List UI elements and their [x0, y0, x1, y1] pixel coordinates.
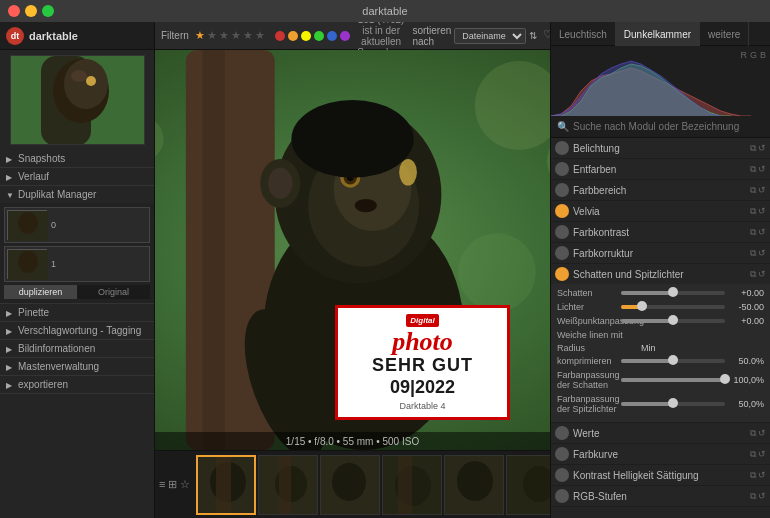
tagging-header[interactable]: ▶ Verschlagwortung - Tagging — [0, 322, 154, 339]
bookmark-icon[interactable]: ♡ — [543, 28, 550, 43]
module-copy-icon[interactable]: ⧉ — [750, 248, 756, 259]
module-reset-icon[interactable]: ↺ — [758, 428, 766, 439]
duplicate-item-1[interactable]: 1 — [4, 246, 150, 282]
filmstrip-star-icon[interactable]: ☆ — [180, 478, 190, 491]
lichter-track[interactable] — [621, 305, 725, 309]
schatten-handle[interactable] — [668, 287, 678, 297]
module-reset-icon[interactable]: ↺ — [758, 470, 766, 481]
star-4[interactable]: ★ — [231, 29, 241, 42]
filmstrip-grid-icon[interactable]: ⊞ — [168, 478, 177, 491]
lichter-handle[interactable] — [637, 301, 647, 311]
tab-weitere[interactable]: weitere — [700, 22, 749, 46]
module-copy-icon[interactable]: ⧉ — [750, 143, 756, 154]
tab-dunkelkammer[interactable]: Dunkelkammer — [616, 22, 700, 46]
module-copy-icon[interactable]: ⧉ — [750, 470, 756, 481]
module-enabled-indicator[interactable] — [555, 204, 569, 218]
histogram-btn-r[interactable]: R — [740, 50, 747, 60]
minimize-button[interactable] — [25, 5, 37, 17]
module-enabled-indicator[interactable] — [555, 468, 569, 482]
duplicate-item-0[interactable]: 0 — [4, 207, 150, 243]
module-rgb-header[interactable]: RGB-Stufen ⧉ ↺ — [551, 486, 770, 506]
dup-tab-original[interactable]: Original — [77, 285, 150, 299]
weißpunkt-handle[interactable] — [668, 315, 678, 325]
sort-direction-icon[interactable]: ⇅ — [529, 30, 537, 41]
masken-header[interactable]: ▶ Mastenverwaltung — [0, 358, 154, 375]
module-belichtung-header[interactable]: Belichtung ⧉ ↺ — [551, 138, 770, 158]
main-thumbnail[interactable] — [10, 55, 145, 145]
film-thumb-1[interactable] — [196, 455, 256, 515]
module-enabled-indicator[interactable] — [555, 267, 569, 281]
star-1[interactable]: ★ — [195, 29, 205, 42]
module-reset-icon[interactable]: ↺ — [758, 491, 766, 502]
module-enabled-indicator[interactable] — [555, 141, 569, 155]
color-dot-blue[interactable] — [327, 31, 337, 41]
color-dot-yellow[interactable] — [301, 31, 311, 41]
module-farbkorruktur-header[interactable]: Farbkorruktur ⧉ ↺ — [551, 243, 770, 263]
color-dot-green[interactable] — [314, 31, 324, 41]
star-6[interactable]: ★ — [255, 29, 265, 42]
module-copy-icon[interactable]: ⧉ — [750, 206, 756, 217]
color-dot-red[interactable] — [275, 31, 285, 41]
snapshots-header[interactable]: ▶ Snapshots — [0, 150, 154, 167]
export-header[interactable]: ▶ exportieren — [0, 376, 154, 393]
module-schatten-header[interactable]: Schatten und Spitzlichter ⧉ ↺ — [551, 264, 770, 284]
module-enabled-indicator[interactable] — [555, 447, 569, 461]
module-enabled-indicator[interactable] — [555, 246, 569, 260]
module-copy-icon[interactable]: ⧉ — [750, 449, 756, 460]
module-reset-icon[interactable]: ↺ — [758, 449, 766, 460]
film-thumb-4[interactable] — [382, 455, 442, 515]
farb-spitz-handle[interactable] — [668, 398, 678, 408]
module-copy-icon[interactable]: ⧉ — [750, 269, 756, 280]
close-button[interactable] — [8, 5, 20, 17]
window-controls[interactable] — [8, 5, 54, 17]
module-reset-icon[interactable]: ↺ — [758, 206, 766, 217]
module-copy-icon[interactable]: ⧉ — [750, 491, 756, 502]
module-entfarben-header[interactable]: Entfarben ⧉ ↺ — [551, 159, 770, 179]
module-copy-icon[interactable]: ⧉ — [750, 185, 756, 196]
weißpunkt-track[interactable] — [621, 319, 725, 323]
module-enabled-indicator[interactable] — [555, 225, 569, 239]
star-3[interactable]: ★ — [219, 29, 229, 42]
filmstrip-menu-icon[interactable]: ≡ — [159, 478, 165, 491]
module-farbbereich-header[interactable]: Farbbereich ⧉ ↺ — [551, 180, 770, 200]
module-velvia-header[interactable]: Velvia ⧉ ↺ — [551, 201, 770, 221]
farb-spitz-track[interactable] — [621, 402, 725, 406]
farb-schatten-handle[interactable] — [720, 374, 730, 384]
film-thumb-3[interactable] — [320, 455, 380, 515]
module-search-input[interactable] — [573, 121, 764, 132]
color-filter[interactable] — [275, 31, 350, 41]
module-reset-icon[interactable]: ↺ — [758, 185, 766, 196]
module-copy-icon[interactable]: ⧉ — [750, 164, 756, 175]
module-reset-icon[interactable]: ↺ — [758, 269, 766, 280]
module-werte-header[interactable]: Werte ⧉ ↺ — [551, 423, 770, 443]
module-copy-icon[interactable]: ⧉ — [750, 428, 756, 439]
histogram-btn-g[interactable]: G — [750, 50, 757, 60]
module-enabled-indicator[interactable] — [555, 426, 569, 440]
maximize-button[interactable] — [42, 5, 54, 17]
star-5[interactable]: ★ — [243, 29, 253, 42]
pinette-header[interactable]: ▶ Pinette — [0, 304, 154, 321]
farb-schatten-track[interactable] — [621, 378, 725, 382]
module-copy-icon[interactable]: ⧉ — [750, 227, 756, 238]
film-thumb-2[interactable] — [258, 455, 318, 515]
module-kontrast-header[interactable]: Kontrast Helligkeit Sättigung ⧉ ↺ — [551, 465, 770, 485]
film-thumb-5[interactable] — [444, 455, 504, 515]
module-reset-icon[interactable]: ↺ — [758, 143, 766, 154]
color-dot-orange[interactable] — [288, 31, 298, 41]
film-thumb-6[interactable] — [506, 455, 550, 515]
module-farbkurve-header[interactable]: Farbkurve ⧉ ↺ — [551, 444, 770, 464]
module-enabled-indicator[interactable] — [555, 162, 569, 176]
module-enabled-indicator[interactable] — [555, 183, 569, 197]
bildinfo-header[interactable]: ▶ Bildinformationen — [0, 340, 154, 357]
color-dot-purple[interactable] — [340, 31, 350, 41]
schatten-track[interactable] — [621, 291, 725, 295]
duplikat-header[interactable]: ▼ Duplikat Manager — [0, 186, 154, 203]
histogram-btn-b[interactable]: B — [760, 50, 766, 60]
komprimieren-handle[interactable] — [668, 355, 678, 365]
module-reset-icon[interactable]: ↺ — [758, 164, 766, 175]
sort-dropdown[interactable]: Dateiname — [454, 28, 526, 44]
module-enabled-indicator[interactable] — [555, 489, 569, 503]
verlauf-header[interactable]: ▶ Verlauf — [0, 168, 154, 185]
tab-leuchtisch[interactable]: Leuchtisch — [551, 22, 616, 46]
module-reset-icon[interactable]: ↺ — [758, 227, 766, 238]
